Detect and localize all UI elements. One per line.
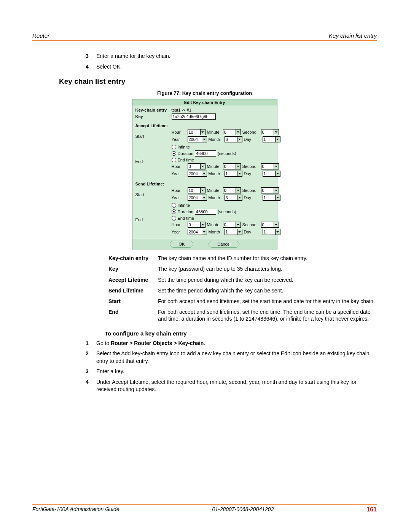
accept-start-day[interactable]: 1 bbox=[263, 136, 280, 142]
duration-suffix: (seconds) bbox=[218, 151, 236, 156]
send-end-duration-radio[interactable] bbox=[172, 209, 176, 214]
send-start-hour[interactable]: 10 bbox=[188, 187, 206, 193]
edit-keychain-dialog: Edit Key-chain Entry Key-chain entry tes… bbox=[132, 99, 277, 249]
chevron-down-icon bbox=[200, 188, 205, 193]
def-desc: For both accept and send lifetimes, set … bbox=[158, 298, 377, 305]
header-rule bbox=[32, 40, 377, 41]
year-label: Year bbox=[172, 230, 186, 234]
hour-label: Hour bbox=[172, 130, 186, 134]
chevron-down-icon bbox=[274, 129, 279, 135]
accept-end-hour[interactable]: 0 bbox=[188, 163, 206, 169]
minute-label: Minute bbox=[207, 130, 221, 134]
endtime-label: End time bbox=[178, 158, 194, 162]
second-label: Second bbox=[242, 164, 260, 169]
month-label: Month bbox=[209, 137, 223, 142]
chevron-down-icon bbox=[275, 229, 280, 235]
def-term: Key-chain entry bbox=[108, 255, 158, 262]
send-end-hour[interactable]: 0 bbox=[188, 222, 206, 228]
def-term: Start bbox=[108, 298, 158, 305]
step-num: 3 bbox=[86, 368, 96, 375]
cancel-button[interactable]: Cancel bbox=[209, 241, 239, 248]
def-term: End bbox=[108, 308, 158, 322]
subheading: To configure a key chain entry bbox=[105, 330, 377, 337]
accept-start-month[interactable]: 6 bbox=[225, 136, 242, 142]
year-label: Year bbox=[172, 137, 186, 142]
minute-label: Minute bbox=[207, 164, 221, 169]
send-end-day[interactable]: 1 bbox=[263, 229, 280, 235]
send-start-day[interactable]: 1 bbox=[263, 195, 280, 201]
send-duration-field[interactable] bbox=[195, 209, 216, 215]
chevron-down-icon bbox=[275, 137, 280, 142]
infinite-label: Infinite bbox=[178, 145, 190, 149]
send-start-second[interactable]: 0 bbox=[261, 187, 279, 193]
accept-start-year[interactable]: 2004 bbox=[188, 136, 207, 142]
send-end-second[interactable]: 0 bbox=[261, 222, 279, 228]
accept-end-label: End bbox=[135, 159, 172, 164]
step-text: Enter a name for the key chain. bbox=[96, 53, 377, 60]
accept-end-day[interactable]: 1 bbox=[263, 171, 280, 177]
year-label: Year bbox=[172, 195, 186, 200]
send-end-label: End bbox=[135, 217, 172, 222]
day-label: Day bbox=[244, 137, 261, 142]
chevron-down-icon bbox=[237, 195, 242, 200]
chevron-down-icon bbox=[200, 164, 205, 169]
accept-end-endtime-radio[interactable] bbox=[172, 158, 176, 162]
step-num: 4 bbox=[86, 379, 96, 393]
chevron-down-icon bbox=[275, 195, 280, 200]
send-end-month[interactable]: 1 bbox=[225, 229, 242, 235]
def-term: Send Lifetime bbox=[108, 287, 158, 294]
accept-end-duration-radio[interactable] bbox=[172, 151, 176, 156]
chevron-down-icon bbox=[274, 188, 279, 193]
second-label: Second bbox=[242, 222, 260, 227]
accept-duration-field[interactable] bbox=[195, 150, 216, 157]
step-num: 4 bbox=[86, 63, 96, 71]
send-lifetime-label: Send Lifetime: bbox=[135, 182, 172, 186]
send-end-infinite-radio[interactable] bbox=[172, 203, 176, 208]
hour-label: Hour bbox=[172, 222, 186, 227]
chevron-down-icon bbox=[274, 164, 279, 169]
send-start-month[interactable]: 6 bbox=[225, 195, 242, 201]
accept-end-infinite-radio[interactable] bbox=[172, 145, 176, 149]
accept-end-minute[interactable]: 0 bbox=[223, 163, 241, 169]
month-label: Month bbox=[209, 171, 223, 176]
section-title: Key chain list entry bbox=[59, 77, 377, 86]
dialog-title: Edit Key-chain Entry bbox=[132, 99, 277, 105]
send-start-minute[interactable]: 0 bbox=[223, 187, 241, 193]
accept-end-second[interactable]: 0 bbox=[261, 163, 279, 169]
duration-label: Duration bbox=[178, 151, 194, 156]
page-number: 161 bbox=[366, 506, 377, 513]
month-label: Month bbox=[209, 230, 223, 234]
footer-docid: 01-28007-0068-20041203 bbox=[212, 506, 274, 513]
second-label: Second bbox=[242, 188, 260, 193]
chevron-down-icon bbox=[202, 229, 207, 235]
accept-start-hour[interactable]: 10 bbox=[188, 129, 206, 135]
chevron-down-icon bbox=[236, 188, 241, 193]
accept-start-second[interactable]: 0 bbox=[261, 129, 279, 135]
step-text: Go to Router > Router Objects > Key-chai… bbox=[96, 340, 377, 347]
chevron-down-icon bbox=[202, 195, 207, 200]
step-text: Enter a key. bbox=[96, 368, 377, 375]
send-end-year[interactable]: 2004 bbox=[188, 229, 207, 235]
send-end-minute[interactable]: 0 bbox=[223, 222, 241, 228]
accept-end-year[interactable]: 2004 bbox=[188, 171, 207, 177]
step-text: Under Accept Lifetime, select the requir… bbox=[96, 379, 377, 393]
ok-button[interactable]: OK bbox=[170, 241, 193, 248]
def-desc: The key (password) can be up to 35 chara… bbox=[158, 265, 377, 272]
accept-lifetime-label: Accept Lifetime: bbox=[135, 123, 172, 128]
duration-suffix: (seconds) bbox=[218, 209, 236, 214]
chevron-down-icon bbox=[236, 129, 241, 135]
keychain-entry-label: Key-chain entry bbox=[135, 108, 172, 112]
configure-steps: 1Go to Router > Router Objects > Key-cha… bbox=[86, 340, 377, 394]
month-label: Month bbox=[209, 195, 223, 200]
accept-end-month[interactable]: 1 bbox=[225, 171, 242, 177]
def-desc: Set the time period during which the key… bbox=[158, 276, 377, 283]
day-label: Day bbox=[244, 171, 261, 176]
key-field[interactable] bbox=[172, 113, 216, 120]
send-end-endtime-radio[interactable] bbox=[172, 216, 176, 220]
send-start-year[interactable]: 2004 bbox=[188, 195, 207, 201]
chevron-down-icon bbox=[202, 137, 207, 142]
step-num: 1 bbox=[86, 340, 96, 347]
accept-start-minute[interactable]: 0 bbox=[223, 129, 241, 135]
chevron-down-icon bbox=[274, 222, 279, 227]
step-num: 3 bbox=[86, 53, 96, 60]
